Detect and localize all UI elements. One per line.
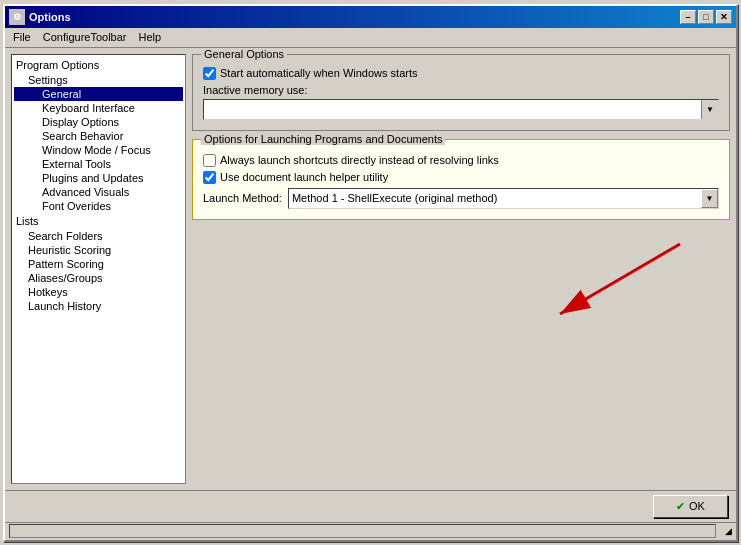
status-panel bbox=[9, 524, 716, 538]
minimize-button[interactable]: – bbox=[680, 10, 696, 24]
ok-label: OK bbox=[689, 500, 705, 512]
use-doc-checkbox[interactable] bbox=[203, 171, 216, 184]
right-panel: General Options Start automatically when… bbox=[192, 54, 730, 484]
use-doc-row: Use document launch helper utility bbox=[203, 171, 719, 184]
launch-options-group: Options for Launching Programs and Docum… bbox=[192, 139, 730, 220]
tree-item-keyboard-interface[interactable]: Keyboard Interface bbox=[14, 101, 183, 115]
close-button[interactable]: ✕ bbox=[716, 10, 732, 24]
always-launch-checkbox[interactable] bbox=[203, 154, 216, 167]
svg-line-1 bbox=[560, 244, 680, 314]
tree-item-font-overides[interactable]: Font Overides bbox=[14, 199, 183, 213]
inactive-memory-arrow[interactable]: ▼ bbox=[701, 100, 718, 119]
start-auto-row: Start automatically when Windows starts bbox=[203, 67, 719, 80]
tree-item-launch-history[interactable]: Launch History bbox=[14, 299, 183, 313]
title-bar: ⚙ Options – □ ✕ bbox=[5, 6, 736, 28]
tree-item-aliases-groups[interactable]: Aliases/Groups bbox=[14, 271, 183, 285]
title-bar-left: ⚙ Options bbox=[9, 9, 71, 25]
tree-item-hotkeys[interactable]: Hotkeys bbox=[14, 285, 183, 299]
tree-item-window-mode[interactable]: Window Mode / Focus bbox=[14, 143, 183, 157]
menu-file[interactable]: File bbox=[7, 29, 37, 45]
tree-section-lists[interactable]: Lists bbox=[14, 213, 183, 229]
tree-item-external-tools[interactable]: External Tools bbox=[14, 157, 183, 171]
start-auto-checkbox[interactable] bbox=[203, 67, 216, 80]
inactive-memory-dropdown[interactable]: ▼ bbox=[203, 99, 719, 120]
ok-button[interactable]: ✔ OK bbox=[653, 495, 728, 518]
launch-method-value: Method 1 - ShellExecute (original method… bbox=[289, 192, 701, 204]
tree-panel[interactable]: Program Options Settings General Keyboar… bbox=[11, 54, 186, 484]
window-icon: ⚙ bbox=[9, 9, 25, 25]
tree-item-search-folders[interactable]: Search Folders bbox=[14, 229, 183, 243]
tree-section-program-options[interactable]: Program Options bbox=[14, 57, 183, 73]
annotation-arrow bbox=[500, 224, 700, 344]
always-launch-row: Always launch shortcuts directly instead… bbox=[203, 154, 719, 167]
launch-method-row: Launch Method: Method 1 - ShellExecute (… bbox=[203, 188, 719, 209]
tree-item-search-behavior[interactable]: Search Behavior bbox=[14, 129, 183, 143]
launch-method-arrow[interactable]: ▼ bbox=[701, 189, 718, 208]
menu-bar: File ConfigureToolbar Help bbox=[5, 28, 736, 48]
menu-help[interactable]: Help bbox=[133, 29, 168, 45]
tree-item-general[interactable]: General bbox=[14, 87, 183, 101]
use-doc-label: Use document launch helper utility bbox=[220, 171, 388, 183]
tree-item-plugins-updates[interactable]: Plugins and Updates bbox=[14, 171, 183, 185]
tree-item-advanced-visuals[interactable]: Advanced Visuals bbox=[14, 185, 183, 199]
general-options-title: General Options bbox=[201, 48, 287, 60]
resize-grip: ◢ bbox=[716, 526, 732, 536]
maximize-button[interactable]: □ bbox=[698, 10, 714, 24]
general-options-group: General Options Start automatically when… bbox=[192, 54, 730, 131]
title-bar-buttons: – □ ✕ bbox=[680, 10, 732, 24]
launch-method-label: Launch Method: bbox=[203, 192, 282, 204]
ok-checkmark: ✔ bbox=[676, 500, 685, 513]
bottom-bar: ✔ OK bbox=[5, 490, 736, 522]
tree-item-pattern-scoring[interactable]: Pattern Scoring bbox=[14, 257, 183, 271]
status-bar: ◢ bbox=[5, 522, 736, 540]
content-area: Program Options Settings General Keyboar… bbox=[5, 48, 736, 490]
tree-item-display-options[interactable]: Display Options bbox=[14, 115, 183, 129]
menu-configure-toolbar[interactable]: ConfigureToolbar bbox=[37, 29, 133, 45]
inactive-memory-label: Inactive memory use: bbox=[203, 84, 719, 96]
start-auto-label: Start automatically when Windows starts bbox=[220, 67, 417, 79]
launch-options-title: Options for Launching Programs and Docum… bbox=[201, 133, 445, 145]
always-launch-label: Always launch shortcuts directly instead… bbox=[220, 154, 499, 166]
options-window: ⚙ Options – □ ✕ File ConfigureToolbar He… bbox=[3, 4, 738, 542]
launch-method-dropdown[interactable]: Method 1 - ShellExecute (original method… bbox=[288, 188, 719, 209]
tree-item-settings[interactable]: Settings bbox=[14, 73, 183, 87]
tree-item-heuristic-scoring[interactable]: Heuristic Scoring bbox=[14, 243, 183, 257]
window-title: Options bbox=[29, 11, 71, 23]
